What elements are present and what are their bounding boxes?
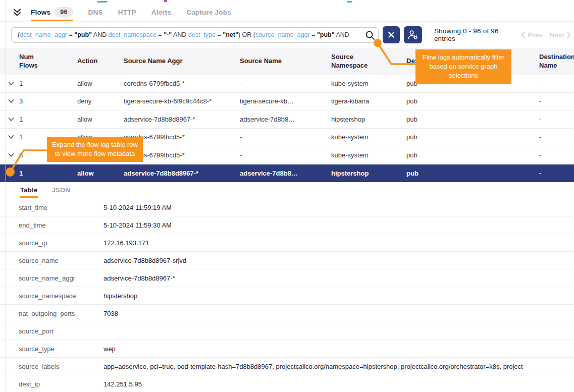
row-expand-chevron-icon[interactable] — [8, 135, 19, 139]
detail-row: source_name_aggradservice-7d8b8d8967-* — [0, 269, 574, 287]
cell-source-namespace: hipstershop — [331, 170, 406, 177]
cell-destination-name: - — [539, 80, 574, 87]
flow-row[interactable]: 3denytigera-secure-kb-6f9c9c44c8-*tigera… — [0, 93, 574, 111]
detail-value: hipstershop — [103, 292, 574, 300]
detail-row: source_namespacehipstershop — [0, 287, 574, 305]
cell-destination-name: - — [539, 170, 574, 177]
double-chevron-down-icon — [13, 8, 22, 17]
tab-dns[interactable]: DNS — [88, 3, 103, 21]
chevron-right-icon — [567, 32, 571, 38]
detail-key: nat_outgoing_ports — [19, 310, 103, 317]
flows-count-badge: 96 — [55, 7, 73, 17]
query-token: "pub" — [317, 31, 335, 38]
detail-key: end_time — [19, 221, 103, 229]
cell-source-name-aggr: adservice-7d8b8d8967-* — [124, 170, 240, 177]
query-token: "-" — [164, 31, 172, 38]
tab-flows[interactable]: Flows 96 — [31, 3, 73, 21]
cell-action: allow — [77, 80, 124, 87]
query-token: = — [156, 31, 164, 38]
flow-detail-rows: start_time5-10-2024 11:59:19 AMend_time5… — [0, 199, 574, 392]
flow-row[interactable]: 5allowcoredns-6799fbcd5-*-kube-systempub… — [0, 146, 574, 164]
cell-source-namespace: hipstershop — [331, 116, 406, 123]
cell-num: 3 — [19, 97, 77, 105]
detail-row: source_port — [0, 322, 574, 340]
next-page-button[interactable]: Next — [550, 31, 571, 39]
detail-value: 142.251.5.95 — [103, 380, 574, 388]
detail-row: nat_outgoing_ports7038 — [0, 305, 574, 322]
cell-source-name: adservice-7d8b8… — [240, 170, 331, 177]
detail-row: source_ip172.16.193.171 — [0, 234, 574, 252]
row-expand-chevron-icon[interactable] — [8, 99, 19, 103]
flow-row[interactable]: 1allowcoredns-6799fbcd5-*-kube-systempub… — [0, 129, 574, 147]
search-query: (dest_name_aggr = "pub" AND dest_namespa… — [18, 31, 349, 38]
row-expand-chevron-icon[interactable] — [8, 117, 19, 122]
flow-row[interactable]: 1allowadservice-7d8b8d8967-*adservice-7d… — [0, 164, 574, 183]
query-token: = — [67, 31, 74, 38]
cell-source-name-aggr: coredns-6799fbcd5-* — [124, 80, 240, 87]
row-expand-chevron-icon[interactable] — [8, 153, 19, 157]
cell-dest-name-aggr: pub — [406, 116, 539, 123]
detail-key: start_time — [19, 204, 103, 211]
graph-fragment — [164, 0, 167, 2]
query-token: ) OR ( — [238, 31, 255, 38]
filter-toolbar: (dest_name_aggr = "pub" AND dest_namespa… — [0, 22, 574, 48]
graph-fragment — [347, 0, 353, 3]
col-num-flows: Num Flows — [19, 53, 77, 70]
cell-dest-name-aggr: pub — [406, 97, 539, 105]
detail-row: end_time5-10-2024 11:59:30 AM — [0, 216, 574, 234]
graph-fragment — [97, 0, 109, 3]
query-search-input[interactable]: (dest_name_aggr = "pub" AND dest_namespa… — [11, 27, 379, 43]
clear-filter-button[interactable] — [383, 26, 400, 43]
flow-settings-button[interactable] — [404, 26, 422, 43]
row-expand-chevron-icon[interactable] — [8, 81, 19, 86]
user-gear-icon — [407, 29, 419, 41]
collapse-panel-button[interactable] — [13, 3, 22, 21]
detail-row: source_nameadservice-7d8b8d8967-srjvd — [0, 252, 574, 269]
query-token: source_name_aggr — [255, 31, 310, 38]
cell-num: 1 — [19, 80, 77, 87]
prev-page-button[interactable]: Prev — [521, 31, 542, 39]
cell-action: allow — [77, 133, 124, 141]
query-token: "pub" — [74, 31, 92, 38]
cell-action: allow — [77, 151, 124, 159]
cell-dest-name-aggr: pub — [406, 151, 539, 159]
tab-alerts[interactable]: Alerts — [151, 3, 171, 21]
cell-destination-name: - — [539, 151, 574, 159]
query-token: AND — [335, 31, 349, 38]
query-token: AND — [92, 31, 109, 38]
detail-tab-table[interactable]: Table — [20, 182, 38, 198]
cell-source-name: adservice-7d8b8… — [240, 116, 331, 123]
detail-value: adservice-7d8b8d8967-srjvd — [103, 257, 574, 264]
flow-rows: 1allowcoredns-6799fbcd5-*-kube-systempub… — [0, 75, 574, 182]
detail-key: source_ip — [19, 239, 103, 247]
search-icon[interactable] — [365, 30, 375, 40]
tab-capture-jobs[interactable]: Capture Jobs — [186, 3, 231, 21]
cell-action: deny — [77, 97, 124, 105]
entries-count-text: Showing 0 - 96 of 96 entries — [434, 27, 521, 42]
tab-flows-label: Flows — [31, 9, 50, 16]
detail-value: adservice-7d8b8d8967-* — [103, 274, 574, 282]
detail-tab-json[interactable]: JSON — [52, 182, 71, 198]
cell-num: 1 — [19, 170, 77, 177]
cell-dest-name-aggr: pub — [406, 133, 539, 141]
close-icon — [388, 31, 395, 38]
cell-source-name-aggr: adservice-7d8b8d8967-* — [124, 116, 240, 123]
query-token: "net" — [223, 31, 238, 38]
query-token: dest_name_aggr — [20, 31, 67, 38]
flow-row[interactable]: 1allowadservice-7d8b8d8967-*adservice-7d… — [0, 110, 574, 129]
cell-source-namespace: kube-system — [331, 80, 406, 87]
flow-row[interactable]: 1allowcoredns-6799fbcd5-*-kube-systempub… — [0, 75, 574, 93]
cell-source-name: tigera-secure-kb… — [240, 97, 331, 105]
detail-row: source_labelsapp=adservice, pci=true, po… — [0, 358, 574, 375]
flow-table-header: Num Flows Action Source Name Aggr Source… — [0, 48, 574, 75]
panel-left-border — [6, 0, 6, 392]
detail-value: 172.16.193.171 — [103, 239, 574, 247]
cell-num: 5 — [19, 151, 77, 159]
detail-row: source_typewep — [0, 340, 574, 358]
tab-http[interactable]: HTTP — [118, 3, 136, 21]
row-expand-chevron-icon[interactable] — [8, 171, 19, 176]
cell-source-name: - — [240, 80, 331, 87]
detail-key: source_labels — [19, 363, 103, 370]
cell-action: allow — [77, 170, 124, 177]
cell-destination-name: - — [539, 116, 574, 123]
